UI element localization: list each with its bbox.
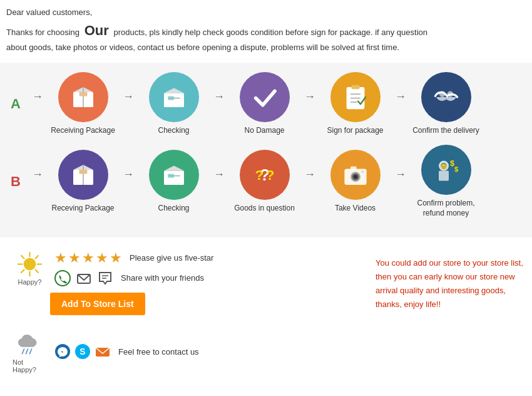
- svg-text:?: ?: [255, 167, 263, 183]
- step-b3: ? ? ? Goods in question: [228, 150, 300, 214]
- step-a1-label: Receiving Package: [51, 126, 115, 136]
- arrow-a1: →: [123, 90, 134, 117]
- header-section: Dear valued customers, Thanks for choosi…: [0, 0, 532, 58]
- star-rating: ★ ★ ★ ★ ★: [54, 250, 122, 266]
- share-text: Share with your friends: [121, 273, 204, 283]
- thanks-line: Thanks for choosing Our products, pls ki…: [6, 19, 526, 41]
- step-a1: Receiving Package: [47, 72, 119, 136]
- svg-line-46: [21, 270, 24, 273]
- refund-icon: $ $ 😊: [431, 155, 461, 185]
- store-btn-area: Add To Store List: [50, 293, 363, 315]
- package-icon-b1: [68, 160, 98, 190]
- step-a2-label: Checking: [158, 126, 189, 136]
- svg-marker-20: [164, 166, 184, 171]
- step-b1: Receving Package: [47, 150, 119, 214]
- step-b4-circle: [330, 150, 381, 200]
- step-b5-circle: $ $ 😊: [421, 145, 471, 195]
- svg-line-45: [36, 256, 39, 259]
- svg-text:?: ?: [265, 167, 274, 183]
- skype-icon: S: [74, 343, 91, 360]
- step-a1-circle: [58, 72, 108, 122]
- arrow-a0: →: [32, 90, 43, 117]
- svg-point-38: [24, 259, 36, 270]
- thanks-pre: Thanks for choosing: [6, 28, 79, 37]
- step-b5-label: Confirm problem, refund money: [417, 199, 474, 218]
- arrow-a4: →: [395, 90, 406, 117]
- arrow-b3: →: [304, 168, 315, 195]
- step-a2: Checking: [138, 72, 210, 136]
- stars-row: ★ ★ ★ ★ ★ Please give us five-star: [54, 250, 213, 266]
- star2: ★: [68, 250, 81, 266]
- phone-share-icon: [54, 270, 71, 286]
- svg-rect-4: [164, 93, 184, 107]
- brand-name: Our: [84, 19, 109, 41]
- step-b1-label: Receving Package: [51, 204, 114, 214]
- not-happy-label: Not Happy?: [13, 358, 47, 373]
- svg-marker-5: [164, 88, 184, 93]
- step-a4: Sign for package: [319, 72, 391, 136]
- svg-rect-19: [164, 171, 184, 185]
- happy-label: Happy?: [18, 278, 42, 286]
- not-happy-actions: S Feel free to contact us: [54, 343, 199, 360]
- contact-row: S Feel free to contact us: [54, 343, 199, 360]
- step-b5: $ $ 😊 Confirm problem, refund money: [410, 145, 482, 218]
- row-a-label: A: [6, 96, 25, 112]
- svg-point-31: [361, 170, 364, 174]
- star3: ★: [82, 250, 95, 266]
- share-row: Share with your friends: [54, 270, 213, 286]
- step-b2-label: Checking: [158, 204, 189, 214]
- svg-line-52: [26, 349, 28, 354]
- svg-rect-9: [351, 85, 359, 89]
- happy-emotion: Happy?: [13, 250, 47, 286]
- step-a2-circle: [149, 72, 199, 122]
- step-b1-circle: [58, 150, 108, 200]
- not-happy-row: Not Happy? S: [13, 330, 363, 373]
- step-a5-label: Confirm the delivery: [412, 126, 479, 136]
- contact-icons: S: [54, 343, 111, 360]
- step-a5-circle: [421, 72, 471, 122]
- flow-row-a: A → Receiving Package →: [6, 72, 526, 136]
- chat-share-icon: [97, 270, 113, 286]
- share-icons: [54, 270, 113, 286]
- arrow-a2: →: [213, 90, 225, 117]
- row-b-label: B: [6, 174, 25, 190]
- process-section: A → Receiving Package →: [0, 63, 532, 237]
- sun-icon: [16, 250, 44, 278]
- svg-point-13: [439, 91, 445, 97]
- step-b2-circle: [149, 150, 199, 200]
- bottom-section: Happy? ★ ★ ★ ★ ★ Please give us five-sta…: [0, 237, 532, 380]
- store-info-text: You could add our store to your store li…: [376, 256, 526, 311]
- svg-rect-33: [439, 171, 449, 181]
- svg-rect-18: [79, 170, 87, 174]
- svg-line-44: [36, 270, 39, 273]
- flow-row-b: B → Receving Package →: [6, 145, 526, 218]
- svg-line-51: [23, 349, 24, 354]
- star4: ★: [96, 250, 108, 266]
- clipboard-icon: [340, 82, 371, 112]
- dispute-line: about goods, take photos or videos, cont…: [6, 41, 526, 55]
- step-b4: Take Videos: [319, 150, 391, 214]
- messenger-icon: [54, 343, 71, 360]
- svg-point-29: [353, 175, 357, 179]
- step-b3-label: Goods in question: [234, 204, 295, 214]
- svg-rect-3: [79, 92, 87, 96]
- email-contact-icon: [95, 343, 111, 360]
- contact-text: Feel free to contact us: [118, 347, 199, 357]
- svg-text:😊: 😊: [441, 164, 447, 170]
- star5: ★: [110, 250, 122, 266]
- svg-line-43: [21, 256, 24, 259]
- step-b3-circle: ? ? ?: [240, 150, 290, 200]
- add-to-store-button[interactable]: Add To Store List: [50, 293, 145, 315]
- mail-share-icon: [76, 270, 92, 286]
- happy-row: Happy? ★ ★ ★ ★ ★ Please give us five-sta…: [13, 250, 363, 286]
- happy-actions: ★ ★ ★ ★ ★ Please give us five-star: [54, 250, 213, 286]
- svg-point-14: [447, 91, 453, 97]
- star1: ★: [54, 250, 67, 266]
- bottom-left: Happy? ★ ★ ★ ★ ★ Please give us five-sta…: [13, 250, 363, 373]
- svg-point-47: [55, 271, 70, 286]
- arrow-b1: →: [123, 168, 134, 195]
- checking-icon-a2: [159, 82, 189, 112]
- step-b2: Checking: [138, 150, 210, 214]
- step-a3-circle: [240, 72, 290, 122]
- step-b4-label: Take Videos: [335, 204, 376, 214]
